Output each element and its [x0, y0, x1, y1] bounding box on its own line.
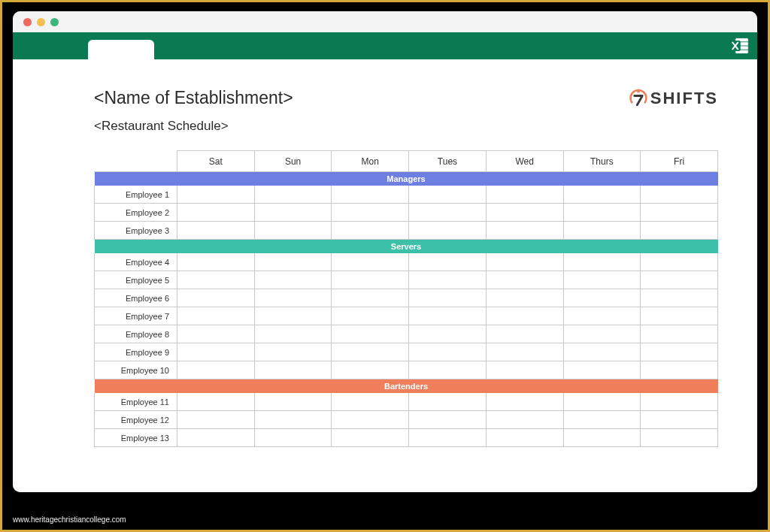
shift-cell[interactable] [563, 271, 641, 289]
shift-cell[interactable] [641, 222, 718, 240]
shift-cell[interactable] [486, 186, 563, 204]
shift-cell[interactable] [409, 204, 487, 222]
shift-cell[interactable] [563, 222, 641, 240]
shift-cell[interactable] [563, 204, 641, 222]
shift-cell[interactable] [254, 343, 332, 361]
shift-cell[interactable] [254, 411, 332, 429]
shift-cell[interactable] [177, 289, 255, 307]
shift-cell[interactable] [254, 307, 332, 325]
shift-cell[interactable] [177, 271, 255, 289]
shift-cell[interactable] [254, 325, 332, 343]
shift-cell[interactable] [332, 325, 409, 343]
close-icon[interactable] [23, 18, 32, 26]
shift-cell[interactable] [177, 411, 255, 429]
shift-cell[interactable] [563, 325, 641, 343]
shift-cell[interactable] [177, 429, 255, 447]
zoom-icon[interactable] [50, 18, 59, 26]
shift-cell[interactable] [409, 307, 487, 325]
shift-cell[interactable] [177, 325, 255, 343]
shift-cell[interactable] [641, 393, 718, 411]
shift-cell[interactable] [177, 222, 255, 240]
shift-cell[interactable] [486, 271, 563, 289]
shift-cell[interactable] [332, 222, 409, 240]
shift-cell[interactable] [641, 429, 718, 447]
shift-cell[interactable] [409, 289, 487, 307]
shift-cell[interactable] [254, 253, 332, 271]
shift-cell[interactable] [641, 361, 718, 379]
shift-cell[interactable] [641, 411, 718, 429]
sheet-area: <Name of Establishment> <Restaurant Sche… [13, 59, 757, 492]
shift-cell[interactable] [563, 253, 641, 271]
shift-cell[interactable] [563, 307, 641, 325]
shift-cell[interactable] [332, 204, 409, 222]
shift-cell[interactable] [409, 343, 487, 361]
shift-cell[interactable] [486, 325, 563, 343]
shift-cell[interactable] [486, 361, 563, 379]
shift-cell[interactable] [254, 429, 332, 447]
shift-cell[interactable] [332, 393, 409, 411]
shift-cell[interactable] [486, 411, 563, 429]
shift-cell[interactable] [254, 361, 332, 379]
employee-name: Employee 6 [95, 289, 177, 307]
shift-cell[interactable] [409, 325, 487, 343]
employee-name: Employee 1 [95, 186, 177, 204]
shift-cell[interactable] [332, 271, 409, 289]
shift-cell[interactable] [332, 186, 409, 204]
shift-cell[interactable] [641, 289, 718, 307]
shift-cell[interactable] [332, 429, 409, 447]
shift-cell[interactable] [254, 289, 332, 307]
shift-cell[interactable] [409, 186, 487, 204]
shift-cell[interactable] [409, 411, 487, 429]
shift-cell[interactable] [641, 253, 718, 271]
shift-cell[interactable] [177, 186, 255, 204]
day-header: Wed [486, 151, 563, 172]
shift-cell[interactable] [486, 429, 563, 447]
minimize-icon[interactable] [37, 18, 45, 26]
shift-cell[interactable] [409, 393, 487, 411]
shift-cell[interactable] [486, 253, 563, 271]
shift-cell[interactable] [409, 271, 487, 289]
shift-cell[interactable] [177, 361, 255, 379]
shift-cell[interactable] [254, 204, 332, 222]
shift-cell[interactable] [177, 253, 255, 271]
shift-cell[interactable] [332, 343, 409, 361]
shift-cell[interactable] [409, 253, 487, 271]
shift-cell[interactable] [254, 271, 332, 289]
shift-cell[interactable] [486, 222, 563, 240]
shift-cell[interactable] [486, 289, 563, 307]
ribbon-active-tab[interactable] [88, 40, 154, 59]
shift-cell[interactable] [563, 289, 641, 307]
shift-cell[interactable] [641, 271, 718, 289]
shift-cell[interactable] [563, 411, 641, 429]
employee-name: Employee 2 [95, 204, 177, 222]
shift-cell[interactable] [641, 343, 718, 361]
shift-cell[interactable] [563, 393, 641, 411]
shift-cell[interactable] [177, 393, 255, 411]
shift-cell[interactable] [563, 361, 641, 379]
shift-cell[interactable] [563, 343, 641, 361]
shift-cell[interactable] [563, 186, 641, 204]
shift-cell[interactable] [254, 393, 332, 411]
shift-cell[interactable] [641, 186, 718, 204]
shift-cell[interactable] [486, 307, 563, 325]
shift-cell[interactable] [641, 204, 718, 222]
shift-cell[interactable] [177, 204, 255, 222]
shift-cell[interactable] [332, 307, 409, 325]
shift-cell[interactable] [332, 253, 409, 271]
shift-cell[interactable] [177, 343, 255, 361]
shift-cell[interactable] [641, 325, 718, 343]
shift-cell[interactable] [563, 429, 641, 447]
shift-cell[interactable] [486, 343, 563, 361]
shift-cell[interactable] [177, 307, 255, 325]
shift-cell[interactable] [486, 393, 563, 411]
shift-cell[interactable] [332, 411, 409, 429]
shift-cell[interactable] [486, 204, 563, 222]
shift-cell[interactable] [409, 222, 487, 240]
shift-cell[interactable] [332, 361, 409, 379]
shift-cell[interactable] [641, 307, 718, 325]
shift-cell[interactable] [254, 186, 332, 204]
shift-cell[interactable] [409, 361, 487, 379]
shift-cell[interactable] [332, 289, 409, 307]
shift-cell[interactable] [409, 429, 487, 447]
shift-cell[interactable] [254, 222, 332, 240]
